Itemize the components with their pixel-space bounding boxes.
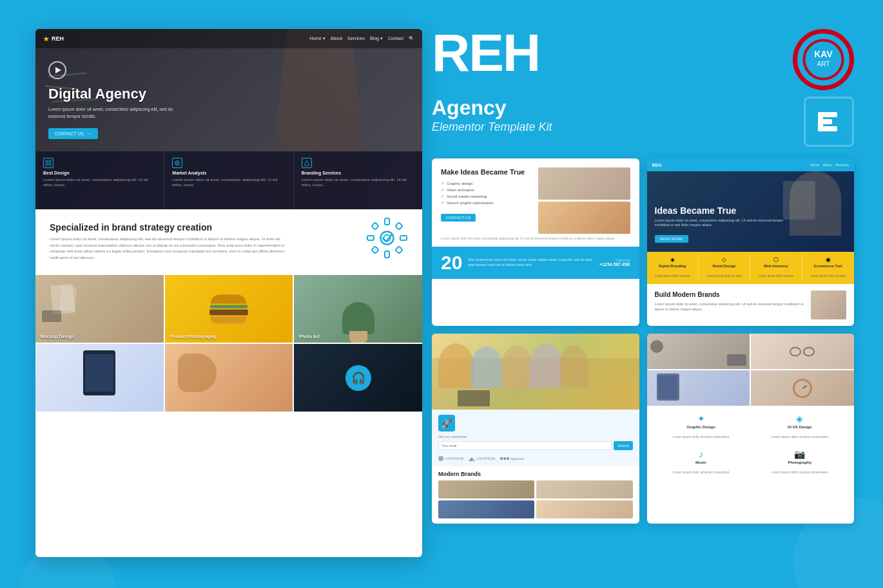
svg-point-19 — [804, 41, 843, 79]
nav-link-blog: Blog ▾ — [370, 36, 383, 41]
hero-contact-button[interactable]: CONTACT US — [48, 128, 98, 139]
design-icon — [43, 158, 53, 168]
person-3 — [501, 345, 532, 388]
card2-service-1: ◇ Brand Design Lorem ipsum dolor sit ame… — [699, 252, 750, 284]
hero-title: Digital Agency — [48, 86, 177, 102]
svg-rect-3 — [49, 164, 51, 166]
card4-service-2: ♪ Music Lorem ipsum dolor sit amet conse… — [654, 446, 749, 479]
tablet-screen-card4 — [658, 375, 677, 399]
mockup-label: Mockup Design — [41, 334, 74, 339]
card1-top: Make Ideas Became True ✓Graphic design ✓… — [441, 167, 630, 234]
svg-rect-17 — [395, 222, 402, 229]
nav-logo-star: ★ — [43, 35, 49, 43]
kavart-logo-svg: KAV ART — [793, 29, 854, 90]
feature-item-branding: Branding Services Lorem ipsum dolor sit … — [294, 151, 422, 209]
card1-image-2 — [538, 202, 630, 234]
service-item-0: ✓Graphic design — [441, 180, 533, 187]
card1-images-area — [538, 167, 630, 234]
check-icon-0: ✓ — [441, 181, 445, 186]
brand-subtitle-label: Elementor Template Kit — [432, 120, 552, 134]
newsletter-submit-button[interactable]: Submit — [614, 441, 632, 450]
nav-link-home: Home ▾ — [309, 36, 325, 41]
card4-service-3: 📷 Photography Lorem ipsum dolor sit amet… — [752, 446, 848, 479]
svg-rect-2 — [46, 164, 48, 166]
three-dots-logo — [500, 457, 509, 460]
newsletter-input-row: Submit — [438, 441, 633, 450]
nav-link-services: Services — [347, 36, 365, 41]
card4-photo-2 — [751, 334, 854, 369]
nav-logo-text: REH — [52, 35, 64, 42]
burger-patty — [209, 309, 248, 315]
svg-rect-25 — [818, 126, 837, 131]
brand-logo-1: LOGOPSUM — [469, 456, 495, 461]
card1-body: Make Ideas Became True ✓Graphic design ✓… — [432, 158, 639, 247]
feature-1-desc: Lorem ipsum dolor sit amet, consectetur … — [172, 177, 285, 188]
photo-label: Photo Art — [299, 334, 320, 339]
newsletter-email-input[interactable] — [438, 441, 612, 450]
support-icon: 🎧 — [345, 365, 371, 391]
card-ideas-true: REH Home About Services Ideas Became Tru… — [647, 158, 855, 326]
person-5 — [559, 345, 588, 387]
card2-nav-link-3: Services — [835, 163, 849, 167]
burger-bun-top — [211, 294, 246, 303]
brand-logos-row: LOGOPSUM LOGOPSUM — [438, 454, 633, 461]
card4-photo-3 — [647, 370, 750, 406]
card2-service-2: ⬡ Web Inventory Lorem ipsum dolor sit am… — [750, 252, 802, 284]
card2-nav-links: Home About Services — [810, 163, 849, 167]
brand-strategy-title: Specialized in brand strategy creation — [50, 222, 288, 232]
svg-rect-23 — [818, 112, 837, 117]
card2-bottom-image — [811, 290, 846, 319]
plant-pot — [349, 331, 367, 343]
card4-photo-1 — [647, 334, 750, 369]
card3-newsletter-body: 🚀 Get our newsletter Submit LOGOPSUM — [432, 410, 639, 466]
card-make-ideas: Make Ideas Became True ✓Graphic design ✓… — [432, 158, 639, 326]
card-team-newsletter: 🚀 Get our newsletter Submit LOGOPSUM — [432, 334, 639, 524]
card2-bottom: Build Modern Brands Lorem ipsum dolor si… — [647, 284, 855, 326]
logo-icon-0 — [438, 456, 443, 461]
service-icon-0: ◈ — [650, 256, 695, 263]
phone-number: +1234-567-890 — [599, 262, 630, 267]
play-button[interactable] — [48, 61, 66, 79]
feature-2-desc: Lorem ipsum dolor sit amet, consectetur … — [302, 177, 414, 188]
feature-1-title: Market Analysis — [172, 171, 285, 175]
plant-leaves — [342, 302, 374, 334]
dot-1 — [500, 457, 503, 460]
card1-services-list: ✓Graphic design ✓Video animation ✓Social… — [441, 180, 533, 206]
card2-read-more-button[interactable]: READ MORE — [655, 235, 688, 243]
card4-service-1: ◈ UI UX Design Lorem ipsum dolor sit ame… — [752, 411, 848, 443]
feature-0-desc: Lorem ipsum dolor sit amet, consectetur … — [43, 177, 156, 188]
card3-rocket-logo: 🚀 — [438, 415, 455, 432]
tablet-in-card4 — [657, 374, 679, 401]
brand-logo-2: logopsum — [500, 457, 525, 460]
tablet-screen — [85, 354, 113, 392]
card1-cta-button[interactable]: CONTACT US — [441, 214, 476, 222]
branding-icon — [302, 158, 312, 168]
burger-bun-bottom — [211, 316, 246, 323]
brand-logo-0: LOGOPSUM — [438, 456, 463, 461]
card4-photo-grid — [647, 334, 855, 406]
check-icon-3: ✓ — [441, 200, 445, 205]
elementor-badge — [804, 97, 854, 147]
svg-rect-11 — [385, 251, 389, 258]
preview-cards-grid: Make Ideas Became True ✓Graphic design ✓… — [432, 158, 854, 524]
hero-section: ★ REH Home ▾ About Services Blog ▾ Conta… — [35, 29, 422, 209]
card1-stats-bar: 20 Year Experience dolor sit amet, conse… — [432, 247, 639, 279]
service-name-0: Digital Branding — [650, 264, 695, 268]
card4-services-area: ✦ Graphic Design Lorem ipsum dolor sit a… — [647, 406, 855, 484]
gear-icon-container — [366, 217, 408, 261]
feature-item-design: Best Design Lorem ipsum dolor sit amet, … — [35, 151, 164, 209]
portfolio-tattoo — [165, 344, 293, 412]
card2-bottom-desc: Lorem ipsum dolor sit amet, consectetur … — [655, 301, 806, 312]
card2-hero-text: Ideas Became True Lorem ipsum dolor sit … — [655, 205, 797, 243]
subtitle-row: Agency Elementor Template Kit — [432, 97, 854, 147]
svg-rect-14 — [371, 222, 378, 229]
service-desc-2: Lorem ipsum dolor sit amet — [759, 274, 793, 278]
card1-text-area: Make Ideas Became True ✓Graphic design ✓… — [441, 167, 533, 234]
plant-pot-container — [342, 302, 374, 343]
modern-brand-4 — [536, 500, 632, 518]
brand-strategy-desc: Lorem ipsum dolor sit amet, consectetur … — [50, 236, 288, 261]
check-icon-1: ✓ — [441, 187, 445, 193]
card2-hero-title: Ideas Became True — [655, 205, 797, 216]
modern-brands-title: Modern Brands — [438, 471, 633, 477]
card4-services-grid: ✦ Graphic Design Lorem ipsum dolor sit a… — [654, 411, 848, 479]
